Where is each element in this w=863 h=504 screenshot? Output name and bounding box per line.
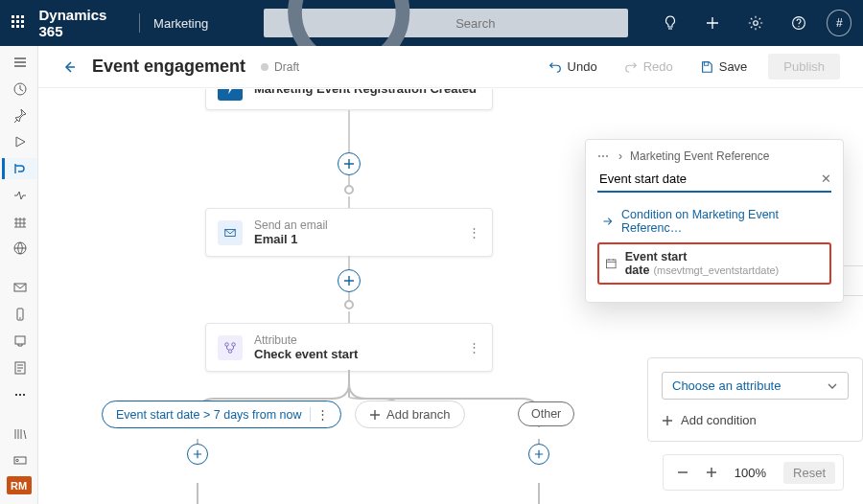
area-label: Marketing: [153, 16, 208, 31]
help-icon[interactable]: [784, 7, 814, 39]
brand: Dynamics 365: [39, 7, 127, 39]
add-icon[interactable]: [698, 7, 728, 39]
lightbulb-icon[interactable]: [655, 7, 685, 39]
svg-point-0: [295, 0, 404, 46]
global-search-input[interactable]: [454, 15, 618, 32]
settings-gear-icon[interactable]: [741, 7, 771, 39]
svg-point-5: [798, 26, 799, 27]
divider: [139, 13, 140, 33]
global-search[interactable]: [264, 9, 628, 37]
app-topbar: Dynamics 365 Marketing #: [0, 0, 863, 46]
search-icon: [273, 0, 446, 46]
svg-point-3: [754, 21, 758, 26]
user-avatar[interactable]: #: [827, 10, 851, 36]
app-launcher-icon[interactable]: [12, 15, 26, 31]
